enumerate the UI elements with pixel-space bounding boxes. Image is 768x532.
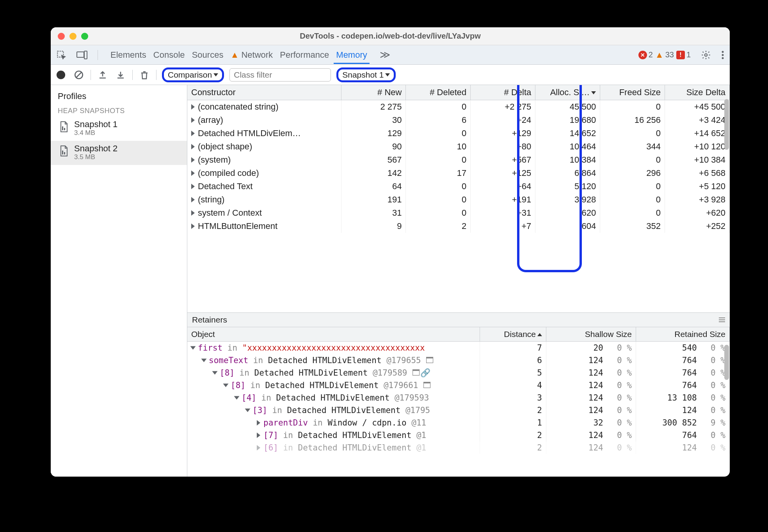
retainers-column-header[interactable]: Distance	[480, 327, 546, 341]
expand-icon[interactable]	[234, 396, 240, 400]
retainer-row[interactable]: [8] in Detached HTMLDivElement @179589 🗖…	[187, 367, 730, 379]
expand-icon[interactable]	[191, 170, 195, 176]
svg-point-6	[722, 57, 724, 59]
gc-icon[interactable]	[138, 69, 151, 81]
retainers-header: Retainers	[192, 315, 227, 325]
profiles-sidebar: Profiles HEAP SNAPSHOTS Snapshot 1 3.4 M…	[51, 85, 187, 477]
snapshot-size: 3.5 MB	[74, 153, 117, 161]
expand-icon[interactable]	[257, 433, 260, 438]
tab-sources[interactable]: Sources	[190, 46, 226, 63]
expand-icon[interactable]	[201, 359, 207, 362]
tab-memory[interactable]: Memory	[334, 46, 369, 64]
snapshot-file-icon	[59, 121, 69, 133]
expand-icon[interactable]	[191, 104, 195, 110]
error-count[interactable]: ✕2	[638, 50, 653, 59]
expand-icon[interactable]	[191, 144, 195, 149]
zoom-window-button[interactable]	[81, 33, 88, 40]
heap-snapshots-label: HEAP SNAPSHOTS	[51, 104, 187, 117]
more-tabs-button[interactable]: ≫	[380, 49, 390, 61]
retainer-row[interactable]: [6] in Detached HTMLDivElement @1 2 124 …	[187, 442, 730, 454]
expand-icon[interactable]	[212, 371, 218, 375]
column-header[interactable]: # Deleted	[406, 85, 471, 100]
expand-icon[interactable]	[191, 210, 195, 216]
expand-icon[interactable]	[257, 420, 260, 426]
table-row[interactable]: Detached Text 64 0 +64 5 120 0 +5 120	[187, 180, 730, 193]
column-header[interactable]: Alloc. Si…	[535, 85, 600, 100]
table-scrollbar[interactable]	[724, 99, 729, 150]
svg-point-5	[722, 54, 724, 56]
compare-to-select[interactable]: Snapshot 1	[336, 67, 396, 82]
snapshot-item[interactable]: Snapshot 2 3.5 MB	[51, 141, 187, 165]
titlebar: DevTools - codepen.io/web-dot-dev/live/L…	[51, 27, 730, 45]
retainers-scrollbar[interactable]	[724, 345, 729, 380]
close-window-button[interactable]	[58, 33, 65, 40]
expand-icon[interactable]	[223, 384, 229, 387]
table-row[interactable]: HTMLButtonElement 9 2 +7 604 352 +252	[187, 220, 730, 233]
kebab-menu-icon[interactable]	[721, 50, 724, 60]
settings-icon[interactable]	[701, 50, 711, 60]
retainer-row[interactable]: someText in Detached HTMLDivElement @179…	[187, 354, 730, 367]
snapshot-name: Snapshot 2	[74, 144, 117, 153]
expand-icon[interactable]	[190, 346, 196, 350]
table-row[interactable]: (concatenated string) 2 275 0 +2 275 45 …	[187, 100, 730, 114]
retainer-row[interactable]: [3] in Detached HTMLDivElement @1795 2 1…	[187, 404, 730, 417]
table-header-row: Constructor# New# Deleted# DeltaAlloc. S…	[187, 85, 730, 100]
column-header[interactable]: # Delta	[471, 85, 535, 100]
comparison-table: Constructor# New# Deleted# DeltaAlloc. S…	[187, 85, 730, 313]
tab-performance[interactable]: Performance	[277, 46, 331, 63]
svg-rect-11	[64, 128, 65, 130]
table-row[interactable]: (array) 30 6 +24 19 680 16 256 +3 424	[187, 113, 730, 127]
retainers-column-header[interactable]: Object	[187, 327, 480, 341]
class-filter-input[interactable]	[229, 68, 331, 82]
svg-point-4	[722, 51, 724, 53]
retainer-row[interactable]: [7] in Detached HTMLDivElement @1 2 124 …	[187, 429, 730, 442]
table-row[interactable]: (system) 567 0 +567 10 384 0 +10 384	[187, 153, 730, 167]
column-header[interactable]: Constructor	[187, 85, 341, 100]
expand-icon[interactable]	[191, 117, 195, 123]
expand-icon[interactable]	[257, 445, 260, 450]
expand-icon[interactable]	[191, 131, 195, 136]
table-row[interactable]: (string) 191 0 +191 3 928 0 +3 928	[187, 193, 730, 206]
snapshot-item[interactable]: Snapshot 1 3.4 MB	[51, 117, 187, 141]
expand-icon[interactable]	[245, 409, 251, 412]
column-header[interactable]: # New	[341, 85, 406, 100]
save-profile-icon[interactable]	[114, 69, 127, 81]
table-row[interactable]: (compiled code) 142 17 +125 6 864 296 +6…	[187, 167, 730, 180]
svg-rect-2	[84, 51, 87, 59]
device-toolbar-icon[interactable]	[76, 51, 87, 59]
retainers-menu-icon[interactable]	[719, 317, 725, 322]
warning-count[interactable]: ▲33	[655, 50, 674, 60]
inspect-element-icon[interactable]	[56, 50, 66, 60]
expand-icon[interactable]	[191, 184, 195, 189]
retainer-row[interactable]: [4] in Detached HTMLDivElement @179593 3…	[187, 392, 730, 404]
retainer-row[interactable]: [8] in Detached HTMLDivElement @179661 🗖…	[187, 379, 730, 392]
retainer-row[interactable]: first in "xxxxxxxxxxxxxxxxxxxxxxxxxxxxxx…	[187, 342, 730, 354]
table-row[interactable]: (object shape) 90 10 +80 10 464 344 +10 …	[187, 140, 730, 153]
record-button[interactable]	[55, 69, 67, 81]
tab-console[interactable]: Console	[151, 46, 187, 63]
minimize-window-button[interactable]	[69, 33, 76, 40]
svg-point-3	[705, 53, 708, 56]
expand-icon[interactable]	[191, 223, 195, 229]
load-profile-icon[interactable]	[96, 69, 109, 81]
issue-count[interactable]: !1	[676, 50, 691, 59]
svg-rect-13	[64, 152, 65, 154]
tab-network[interactable]: ▲ Network	[228, 46, 276, 63]
retainers-column-header[interactable]: Shallow Size	[546, 327, 636, 341]
retainers-column-header[interactable]: Retained Size	[636, 327, 730, 341]
retainer-row[interactable]: parentDiv in Window / cdpn.io @11 1 32 0…	[187, 417, 730, 429]
snapshot-size: 3.4 MB	[74, 129, 117, 137]
view-mode-select[interactable]: Comparison	[162, 67, 224, 82]
table-row[interactable]: Detached HTMLDivElem… 129 0 +129 14 652 …	[187, 127, 730, 140]
svg-rect-1	[77, 52, 84, 57]
tab-elements[interactable]: Elements	[108, 46, 149, 63]
expand-icon[interactable]	[191, 157, 195, 163]
expand-icon[interactable]	[191, 197, 195, 202]
column-header[interactable]: Size Delta	[665, 85, 730, 100]
profiles-header: Profiles	[51, 85, 187, 104]
column-header[interactable]: Freed Size	[600, 85, 665, 100]
clear-button[interactable]	[73, 69, 85, 81]
svg-rect-10	[62, 126, 63, 130]
svg-point-8	[59, 73, 63, 77]
table-row[interactable]: system / Context 31 0 +31 620 0 +620	[187, 206, 730, 220]
